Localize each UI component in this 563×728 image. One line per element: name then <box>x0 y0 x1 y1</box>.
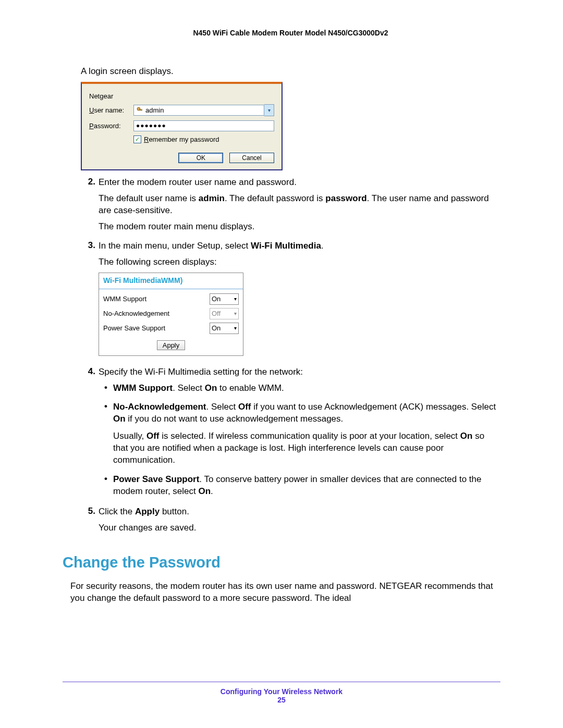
wmm-row-power-save: Power Save Support On▾ <box>103 323 239 334</box>
chevron-down-icon: ▾ <box>234 325 237 331</box>
login-remember-checkbox[interactable]: ✓ Remember my password <box>133 135 274 143</box>
footer-divider <box>63 682 500 682</box>
wmm-support-select[interactable]: On▾ <box>210 293 239 305</box>
bullet-icon: • <box>99 401 113 472</box>
wmm-row-label: Power Save Support <box>103 324 210 332</box>
bullet2-p1: No-Acknowledgement. Select Off if you wa… <box>113 401 500 425</box>
footer-chapter: Configuring Your Wireless Network <box>63 687 500 696</box>
step2-line3: The modem router main menu displays. <box>99 221 500 233</box>
bullet2-p2: Usually, Off is selected. If wireless co… <box>113 430 500 466</box>
bullet-no-ack: • No-Acknowledgement. Select Off if you … <box>99 401 500 472</box>
step-number: 2. <box>81 177 99 237</box>
user-key-icon <box>136 106 143 114</box>
login-username-value: admin <box>145 106 164 114</box>
step2-line1: Enter the modem router user name and pas… <box>99 177 500 189</box>
login-username-dropdown[interactable]: ▾ <box>264 104 274 116</box>
step-4: 4. Specify the Wi-Fi Multimedia setting … <box>81 366 500 503</box>
apply-button[interactable]: Apply <box>157 340 186 350</box>
power-save-select[interactable]: On▾ <box>210 323 239 334</box>
cancel-button[interactable]: Cancel <box>229 153 274 163</box>
svg-rect-1 <box>139 109 142 110</box>
step2-para2: The default user name is admin. The defa… <box>99 193 500 217</box>
check-icon: ✓ <box>133 135 141 143</box>
no-ack-select[interactable]: Off▾ <box>210 308 239 319</box>
intro-text: A login screen displays. <box>81 66 500 78</box>
step-3: 3. In the main menu, under Setup, select… <box>81 240 500 363</box>
bullet-wmm-support: • WMM Support. Select On to enable WMM. <box>99 382 500 400</box>
bullet-power-save: • Power Save Support. To conserve batter… <box>99 474 500 503</box>
bullet-icon: • <box>99 474 113 503</box>
bullet-icon: • <box>99 382 113 400</box>
footer-page-number: 25 <box>63 696 500 704</box>
step-number: 3. <box>81 240 99 363</box>
step-2: 2. Enter the modem router user name and … <box>81 177 500 237</box>
login-password-value: ●●●●●●● <box>136 122 166 129</box>
step3-line2: The following screen displays: <box>99 256 500 268</box>
ok-button[interactable]: OK <box>178 153 223 163</box>
step4-intro: Specify the Wi-Fi Multimedia setting for… <box>99 366 500 378</box>
page-header-title: N450 WiFi Cable Modem Router Model N450/… <box>81 29 500 37</box>
step5-line2: Your changes are saved. <box>99 522 500 534</box>
step5-line1: Click the Apply button. <box>99 506 500 518</box>
wmm-row-wmm-support: WMM Support On▾ <box>103 293 239 305</box>
page-footer: Configuring Your Wireless Network 25 <box>63 682 500 704</box>
step-number: 5. <box>81 506 99 538</box>
section-paragraph: For security reasons, the modem router h… <box>70 581 500 604</box>
step-number: 4. <box>81 366 99 503</box>
bullet1-text: WMM Support. Select On to enable WMM. <box>113 382 500 394</box>
login-password-label: Password: <box>89 122 133 130</box>
login-dialog: Netgear User name: admin ▾ <box>81 82 283 170</box>
login-username-label: User name: <box>89 106 133 114</box>
wmm-row-label: WMM Support <box>103 295 210 303</box>
bullet3-text: Power Save Support. To conserve battery … <box>113 474 500 498</box>
login-username-input[interactable]: admin <box>133 105 264 116</box>
wmm-panel-title: Wi-Fi MultimediaWMM) <box>99 273 243 286</box>
login-remember-label: Remember my password <box>144 135 219 143</box>
wmm-row-label: No-Acknowledgement <box>103 310 210 317</box>
chevron-down-icon: ▾ <box>234 296 237 302</box>
step-5: 5. Click the Apply button. Your changes … <box>81 506 500 538</box>
wmm-panel: Wi-Fi MultimediaWMM) WMM Support On▾ No-… <box>99 273 243 356</box>
chevron-down-icon: ▾ <box>234 311 237 316</box>
step3-line1: In the main menu, under Setup, select Wi… <box>99 240 500 252</box>
login-password-input[interactable]: ●●●●●●● <box>133 120 274 131</box>
wmm-row-no-ack: No-Acknowledgement Off▾ <box>103 308 239 319</box>
section-heading-change-password: Change the Password <box>63 554 500 571</box>
login-brand: Netgear <box>89 92 113 100</box>
